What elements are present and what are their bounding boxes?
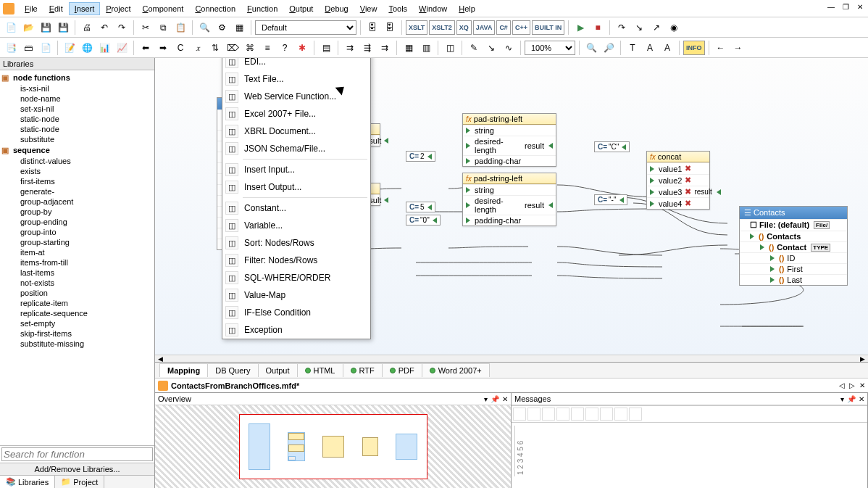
- insert-output-icon[interactable]: ➡: [155, 40, 171, 56]
- back-icon[interactable]: ←: [713, 40, 729, 56]
- insert-xbrl-icon[interactable]: 📈: [114, 40, 130, 56]
- overview-body[interactable]: [155, 405, 511, 488]
- lib-item[interactable]: group-starting: [0, 237, 154, 247]
- target-node[interactable]: () First: [740, 263, 847, 274]
- lang-built in-button[interactable]: BUILT IN: [532, 20, 564, 35]
- msg-filter-icon[interactable]: [513, 408, 526, 421]
- lib-tab-project[interactable]: 📁Project: [55, 476, 104, 488]
- msg-close-icon[interactable]: [629, 408, 642, 421]
- insert-menu-item[interactable]: ◫Exception: [222, 321, 370, 339]
- next-file-icon[interactable]: ▷: [849, 381, 855, 389]
- overview-pin-icon[interactable]: 📌: [491, 395, 499, 403]
- close-icon[interactable]: ✕: [855, 3, 865, 11]
- lib-item[interactable]: replicate-sequence: [0, 308, 154, 318]
- redo-icon[interactable]: ↷: [114, 20, 130, 36]
- lib-item[interactable]: skip-first-items: [0, 328, 154, 339]
- save-all-icon[interactable]: 💾: [55, 20, 71, 36]
- insert-ws-icon[interactable]: 🌐: [79, 40, 95, 56]
- insert-menu-item[interactable]: ◫Text File...: [222, 70, 370, 88]
- target-component[interactable]: ☰ Contacts☐ File: (default) File/() Cont…: [739, 206, 848, 286]
- insert-menu-item[interactable]: ◫Variable...: [222, 217, 370, 234]
- insert-menu-item[interactable]: ◫Filter: Nodes/Rows: [222, 252, 370, 269]
- constant-node[interactable]: C= 5: [406, 202, 435, 212]
- show-types-icon[interactable]: T: [625, 40, 640, 56]
- mapping-canvas[interactable]: Offices☐ BranchOffices.xml Fi() nchOffic…: [155, 58, 868, 355]
- insert-edi-icon[interactable]: 📄: [38, 40, 54, 56]
- constant-node[interactable]: C= "0": [406, 215, 441, 226]
- zoom-out-icon[interactable]: 🔎: [601, 40, 617, 56]
- insert-menu-item[interactable]: ◫Value-Map: [222, 286, 370, 304]
- lib-item[interactable]: substitute: [0, 134, 154, 144]
- tool-icon[interactable]: ⚙: [214, 20, 230, 36]
- conn-curve-icon[interactable]: ∿: [501, 40, 517, 56]
- constant-node[interactable]: C= 2: [406, 151, 435, 162]
- function-pad-string-left[interactable]: fx pad-string-leftstringdesired-lengthre…: [462, 173, 556, 226]
- msg-next-icon[interactable]: [542, 408, 555, 421]
- menu-help[interactable]: Help: [453, 2, 481, 15]
- insert-xml-icon[interactable]: 📑: [3, 40, 19, 56]
- output-tab-mapping[interactable]: Mapping: [159, 363, 208, 377]
- close-file-icon[interactable]: ✕: [859, 381, 865, 389]
- insert-menu-item[interactable]: ◫Insert Input...: [222, 161, 370, 178]
- lib-item[interactable]: set-empty: [0, 318, 154, 328]
- lib-item[interactable]: group-ending: [0, 217, 154, 227]
- menu-debug[interactable]: Debug: [319, 2, 354, 15]
- lib-item[interactable]: replicate-item: [0, 298, 154, 308]
- component-icon[interactable]: ◫: [442, 40, 458, 56]
- file-tab[interactable]: ContactsFromBranchOffices.mfd*: [158, 381, 299, 391]
- annotation-icon[interactable]: ✎: [466, 40, 482, 56]
- lang-c#-button[interactable]: C#: [496, 20, 511, 35]
- lang-java-button[interactable]: JAVA: [473, 20, 496, 35]
- db-icon[interactable]: 🗄: [364, 20, 380, 36]
- output-tab-html[interactable]: HTML: [297, 363, 343, 377]
- output-tab-rtf[interactable]: RTF: [343, 363, 383, 377]
- lib-item[interactable]: not-exists: [0, 278, 154, 288]
- menu-output[interactable]: Output: [283, 2, 319, 15]
- canvas-scroll[interactable]: ◀▶: [155, 355, 868, 362]
- autoconnect3-icon[interactable]: ⇉: [377, 40, 393, 56]
- msg-clear2-icon[interactable]: [614, 408, 627, 421]
- lib-item[interactable]: item-at: [0, 247, 154, 257]
- menu-view[interactable]: View: [354, 2, 383, 15]
- insert-db-icon[interactable]: 🗃: [20, 40, 36, 56]
- menu-file[interactable]: File: [19, 2, 43, 15]
- new-icon[interactable]: 📄: [3, 20, 19, 36]
- info-button[interactable]: INFO: [683, 41, 705, 55]
- menu-edit[interactable]: Edit: [43, 2, 69, 15]
- menu-project[interactable]: Project: [100, 2, 136, 15]
- lang-xslt-button[interactable]: XSLT: [406, 20, 427, 35]
- messages-pin-icon[interactable]: 📌: [847, 395, 856, 403]
- variable-icon[interactable]: 𝑥: [190, 40, 206, 56]
- file-button[interactable]: File/: [814, 221, 830, 229]
- exception-icon[interactable]: ✱: [294, 40, 310, 56]
- menu-function[interactable]: Function: [241, 2, 283, 15]
- options-icon[interactable]: ▦: [231, 20, 247, 36]
- find-icon[interactable]: 🔍: [196, 20, 212, 36]
- save-icon[interactable]: 💾: [38, 20, 54, 36]
- minimize-icon[interactable]: —: [826, 3, 836, 11]
- output-tab-word-2007+[interactable]: Word 2007+: [422, 363, 490, 377]
- insert-menu-item[interactable]: ◫Insert Output...: [222, 178, 370, 196]
- lang-xslt2-button[interactable]: XSLT2: [429, 20, 454, 35]
- insert-menu-dropdown[interactable]: ◫XML Schema/File...◫Database...◫EDI...◫T…: [222, 58, 371, 339]
- filter-icon[interactable]: ⌦: [225, 40, 241, 56]
- zoom-in-icon[interactable]: 🔍: [583, 40, 599, 56]
- messages-close-icon[interactable]: ✕: [859, 395, 864, 403]
- ifelse-icon[interactable]: ?: [277, 40, 293, 56]
- constant-icon[interactable]: C: [172, 40, 188, 56]
- lib-item[interactable]: group-adjacent: [0, 197, 154, 207]
- breakpoint-icon[interactable]: ◉: [666, 20, 682, 36]
- lib-item[interactable]: is-xsi-nil: [0, 83, 154, 94]
- show-annotations2-icon[interactable]: A: [659, 40, 675, 56]
- menu-tools[interactable]: Tools: [383, 2, 413, 15]
- insert-menu-item[interactable]: ◫XBRL Document...: [222, 123, 370, 140]
- sql-where-icon[interactable]: ⌘: [242, 40, 258, 56]
- grid-icon[interactable]: ▦: [401, 40, 417, 56]
- libraries-search-input[interactable]: [1, 447, 153, 461]
- msg-prev-icon[interactable]: [527, 408, 541, 421]
- zoom-combo[interactable]: 100%: [525, 41, 575, 55]
- insert-input-icon[interactable]: ⬅: [138, 40, 154, 56]
- lib-item[interactable]: items-from-till: [0, 257, 154, 268]
- msg-clear-icon[interactable]: [600, 408, 613, 421]
- lang-c++-button[interactable]: C++: [512, 20, 530, 35]
